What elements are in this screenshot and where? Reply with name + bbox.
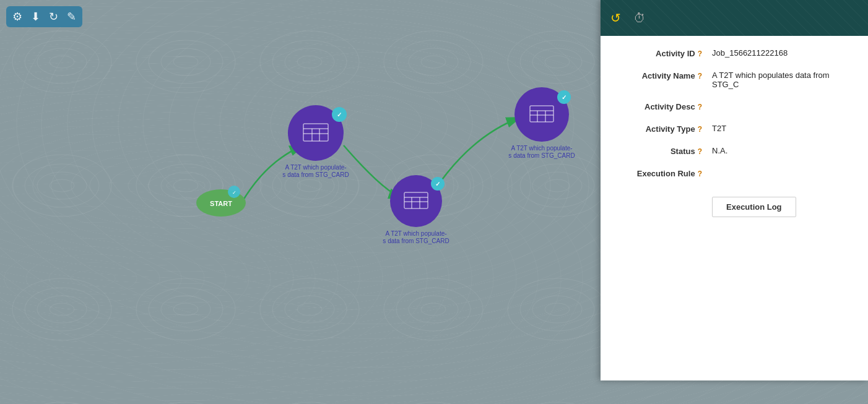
right-panel: ↺ ⏱ Activity ID ? Job_1566211222168 Acti… (601, 0, 868, 380)
activity-id-label: Activity ID ? (615, 48, 702, 58)
panel-body: Activity ID ? Job_1566211222168 Activity… (601, 36, 868, 380)
edit-icon[interactable]: ✎ (67, 10, 76, 24)
execution-log-button[interactable]: Execution Log (712, 197, 796, 217)
refresh-icon[interactable]: ↻ (49, 10, 58, 24)
activity-id-row: Activity ID ? Job_1566211222168 (615, 48, 853, 58)
activity-type-label: Activity Type ? (615, 124, 702, 134)
timer-icon[interactable]: ⏱ (633, 11, 646, 25)
node2-label: A T2T which populate- (385, 230, 446, 237)
activity-id-help-icon[interactable]: ? (698, 49, 702, 58)
svg-text:s data from STG_CARD: s data from STG_CARD (383, 238, 449, 244)
svg-text:✓: ✓ (435, 181, 440, 187)
download-icon[interactable]: ⬇ (31, 10, 40, 24)
toolbar: ⚙ ⬇ ↻ ✎ (6, 6, 82, 27)
activity-id-value: Job_1566211222168 (712, 48, 853, 58)
activity-desc-help-icon[interactable]: ? (698, 103, 702, 111)
activity-name-value: A T2T which populates data from STG_C (712, 71, 853, 89)
svg-rect-4 (0, 0, 601, 404)
execution-rule-row: Execution Rule ? (615, 168, 853, 178)
svg-text:✓: ✓ (562, 94, 566, 101)
execution-rule-label: Execution Rule ? (615, 168, 702, 178)
node3-label: A T2T which populate- (511, 145, 572, 152)
activity-name-label: Activity Name ? (615, 71, 702, 80)
activity-type-row: Activity Type ? T2T (615, 124, 853, 134)
status-label: Status ? (615, 146, 702, 156)
status-help-icon[interactable]: ? (698, 147, 702, 156)
svg-text:✓: ✓ (337, 111, 342, 118)
node1-label: A T2T which populate- (285, 164, 346, 171)
history-icon[interactable]: ↺ (610, 11, 621, 25)
svg-text:s data from STG_CARD: s data from STG_CARD (282, 171, 349, 178)
svg-text:s data from STG_CARD: s data from STG_CARD (508, 152, 575, 159)
status-row: Status ? N.A. (615, 146, 853, 156)
execution-rule-help-icon[interactable]: ? (698, 170, 702, 178)
activity-type-help-icon[interactable]: ? (698, 125, 702, 134)
activity-name-row: Activity Name ? A T2T which populates da… (615, 71, 853, 89)
activity-type-value: T2T (712, 124, 853, 133)
start-label: START (210, 200, 232, 207)
activity-desc-row: Activity Desc ? (615, 101, 853, 111)
svg-text:✓: ✓ (232, 190, 237, 196)
status-value: N.A. (712, 146, 853, 155)
panel-header: ↺ ⏱ (601, 0, 868, 36)
settings-icon[interactable]: ⚙ (12, 10, 22, 24)
activity-name-help-icon[interactable]: ? (698, 72, 702, 80)
activity-desc-label: Activity Desc ? (615, 101, 702, 111)
